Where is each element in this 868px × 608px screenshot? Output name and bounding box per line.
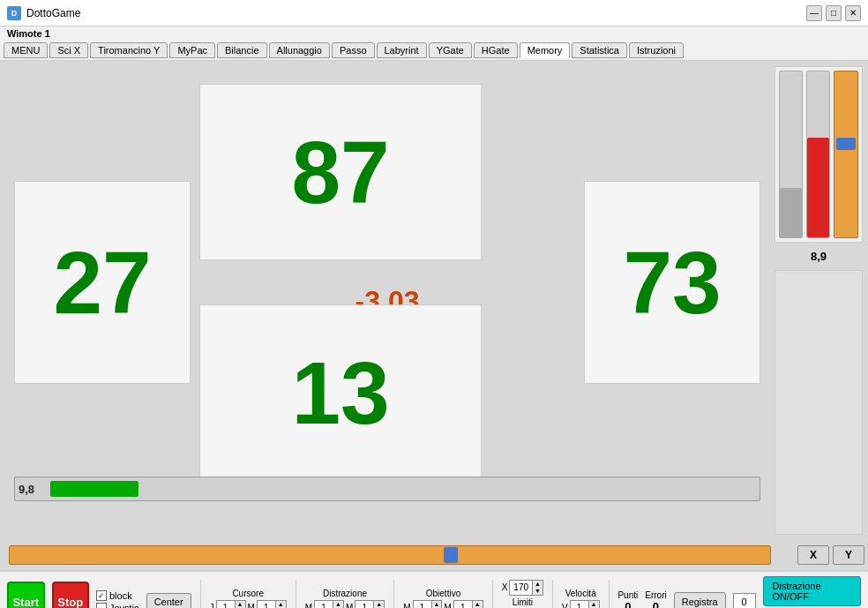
v-label: 8,9 (774, 248, 863, 265)
slider-fill (50, 481, 138, 497)
panel-bottom: 13 (199, 304, 482, 481)
cursore-j-up[interactable]: ▲ (235, 601, 245, 608)
cursore-m-val: 1 (258, 603, 275, 608)
window-label: Wimote 1 (0, 26, 868, 41)
minimize-button[interactable]: — (806, 5, 822, 21)
divider-4 (492, 580, 493, 608)
velocita-v-spinner[interactable]: 1 ▲ ▼ (570, 600, 600, 609)
cursore-j-val: 1 (217, 603, 235, 608)
tab-menu[interactable]: MENU (4, 42, 48, 58)
close-button[interactable]: ✕ (845, 5, 861, 21)
m-label-o1: M (403, 603, 410, 608)
distrazione-m1-spinner[interactable]: 1 ▲ ▼ (314, 600, 344, 609)
bottom-h-slider[interactable] (9, 545, 771, 565)
slider-bar-container: 9,8 (14, 477, 760, 501)
x-val: 170 (510, 582, 532, 592)
vertical-panel-bottom (774, 270, 863, 535)
cursore-label: Cursore (232, 589, 264, 598)
cursore-m-up[interactable]: ▲ (275, 601, 286, 608)
xy-buttons: X Y (797, 545, 864, 565)
tab-scix[interactable]: Sci X (49, 42, 88, 58)
panel-left: 27 (14, 181, 191, 384)
x-label: X (502, 582, 508, 592)
right-buttons: Distrazione ON/OFF Config (763, 576, 862, 609)
tab-bilancie[interactable]: Bilancie (217, 42, 267, 58)
obiettivo-m1-up[interactable]: ▲ (431, 601, 442, 608)
tab-bar: MENU Sci X Tiromancino Y MyPac Bilancie … (0, 41, 868, 61)
punti-value: 0 (625, 600, 631, 608)
start-button[interactable]: Start (7, 582, 45, 608)
obiettivo-group: Obiettivo M 1 ▲ ▼ M 1 ▲ ▼ (403, 589, 483, 609)
tab-memory[interactable]: Memory (520, 42, 571, 58)
tab-hgate[interactable]: HGate (474, 42, 518, 58)
punti-label: Punti (617, 590, 638, 600)
block-checkbox-row[interactable]: block (96, 590, 139, 601)
joystic-checkbox-row[interactable]: Joystic (96, 603, 139, 608)
number-bottom: 13 (291, 349, 389, 437)
velocita-v-up[interactable]: ▲ (588, 601, 599, 608)
v-bar-gray-fill (780, 188, 802, 237)
divider-1 (200, 580, 201, 608)
obiettivo-label: Obiettivo (426, 589, 460, 598)
v-label-ctrl: V (562, 603, 568, 608)
number-top: 87 (291, 128, 389, 216)
number-left: 27 (53, 238, 151, 327)
number-right: 73 (623, 238, 721, 327)
v-bar-gray-track (779, 71, 803, 238)
block-checkbox[interactable] (96, 590, 107, 601)
title-bar: D DottoGame — □ ✕ (0, 0, 868, 26)
x-limiti-group: X 170 ▲ ▼ Limiti 10 ▲ ▼ Y (502, 580, 543, 609)
tab-ygate[interactable]: YGate (429, 42, 472, 58)
m-label-d1: M (305, 603, 312, 608)
center-button[interactable]: Center (146, 593, 191, 608)
distrazione-m2-up[interactable]: ▲ (373, 601, 384, 608)
distrazione-m1-up[interactable]: ▲ (333, 601, 343, 608)
distrazione-group: Distrazione M 1 ▲ ▼ M 1 ▲ ▼ (305, 589, 385, 609)
tab-labyrint[interactable]: Labyrint (377, 42, 427, 58)
block-label: block (109, 590, 132, 601)
distrazione-onoff-button[interactable]: Distrazione ON/OFF (763, 576, 862, 606)
obiettivo-m2-spinner[interactable]: 1 ▲ ▼ (453, 600, 483, 609)
punti-group: Punti 0 (617, 590, 638, 608)
main-content: 87 27 -3,03 73 13 9,8 (0, 61, 868, 540)
cursore-m-spinner[interactable]: 1 ▲ ▼ (257, 600, 287, 609)
maximize-button[interactable]: □ (826, 5, 842, 21)
vertical-panel-top (774, 66, 863, 243)
distrazione-m2-val: 1 (355, 603, 373, 608)
errori-value: 0 (653, 600, 659, 608)
v-slider-track[interactable] (834, 71, 858, 238)
tab-passo[interactable]: Passo (332, 42, 375, 58)
x-button[interactable]: X (797, 545, 829, 565)
divider-5 (552, 580, 553, 608)
v-slider-thumb (836, 138, 856, 150)
velocita-group: Velocità V 1 ▲ ▼ (562, 589, 600, 609)
m-label-o2: M (444, 603, 451, 608)
distrazione-label: Distrazione (323, 589, 367, 598)
panel-right: 73 (584, 181, 760, 384)
x-up[interactable]: ▲ (532, 581, 542, 588)
y-button[interactable]: Y (833, 545, 864, 565)
h-slider-thumb (444, 547, 458, 563)
registra-button[interactable]: Registra (674, 592, 726, 608)
cursore-j-spinner[interactable]: 1 ▲ ▼ (216, 600, 246, 609)
tab-tiromancino[interactable]: Tiromancino Y (90, 42, 168, 58)
tab-statistica[interactable]: Statistica (572, 42, 627, 58)
tab-allunaggio[interactable]: Allunaggio (269, 42, 330, 58)
obiettivo-m2-up[interactable]: ▲ (472, 601, 483, 608)
joystic-checkbox[interactable] (96, 603, 107, 608)
tab-istruzioni[interactable]: Istruzioni (629, 42, 684, 58)
x-spinner[interactable]: 170 ▲ ▼ (509, 580, 543, 596)
distrazione-m1-val: 1 (315, 603, 333, 608)
x-down[interactable]: ▼ (532, 588, 542, 595)
obiettivo-m1-spinner[interactable]: 1 ▲ ▼ (413, 600, 443, 609)
stop-button[interactable]: Stop (52, 582, 90, 608)
m-label-d2: M (346, 603, 353, 608)
game-area: 87 27 -3,03 73 13 9,8 (5, 66, 769, 535)
checkboxes: block Joystic (96, 590, 139, 608)
distrazione-m2-spinner[interactable]: 1 ▲ ▼ (355, 600, 385, 609)
cursore-group: Cursore J 1 ▲ ▼ M 1 ▲ ▼ (210, 589, 287, 609)
panel-top: 87 (199, 84, 482, 260)
slider-box[interactable]: 9,8 (14, 477, 760, 501)
v-bar-red-track (806, 71, 830, 238)
tab-mypac[interactable]: MyPac (169, 42, 215, 58)
